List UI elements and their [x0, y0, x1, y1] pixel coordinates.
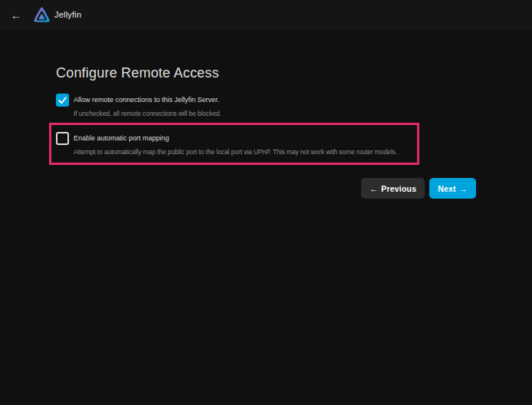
allow-remote-connections-label[interactable]: Allow remote connections to this Jellyfi…: [74, 94, 222, 107]
allow-remote-connections-checkbox[interactable]: [56, 94, 69, 107]
previous-button-label: Previous: [381, 184, 416, 193]
field-automatic-port-mapping: Enable automatic port mapping Attempt to…: [56, 132, 417, 156]
page-title: Configure Remote Access: [56, 65, 476, 81]
automatic-port-mapping-label[interactable]: Enable automatic port mapping: [74, 132, 397, 145]
jellyfin-logo-icon: [33, 6, 51, 24]
wizard-page: Configure Remote Access Allow remote con…: [56, 29, 476, 199]
previous-button[interactable]: ← Previous: [361, 178, 425, 199]
back-button[interactable]: ←: [7, 5, 25, 24]
app-logo: Jellyfin: [33, 6, 81, 24]
app-bar: ← Jellyfin: [0, 0, 532, 29]
wizard-button-row: ← Previous Next →: [56, 178, 476, 199]
next-button-label: Next: [438, 184, 456, 193]
automatic-port-mapping-helper: Attempt to automatically map the public …: [74, 148, 397, 156]
field-allow-remote-connections: Allow remote connections to this Jellyfi…: [56, 94, 476, 117]
next-button[interactable]: Next →: [429, 178, 476, 199]
right-arrow-icon: →: [459, 184, 468, 193]
checkmark-icon: [57, 95, 67, 105]
automatic-port-mapping-checkbox[interactable]: [56, 132, 69, 145]
back-arrow-icon: ←: [11, 8, 22, 21]
app-title: Jellyfin: [54, 10, 81, 19]
highlight-annotation-box: Enable automatic port mapping Attempt to…: [49, 123, 419, 165]
left-arrow-icon: ←: [369, 184, 378, 193]
allow-remote-connections-helper: If unchecked, all remote connections wil…: [74, 110, 222, 117]
